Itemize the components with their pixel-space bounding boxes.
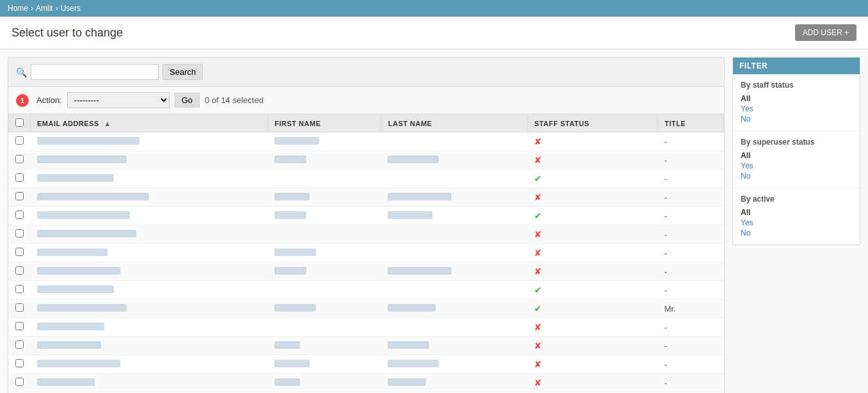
table-row: ✘-: [9, 244, 724, 262]
col-lastname: LAST NAME: [381, 115, 527, 132]
cell-firstname: [268, 188, 382, 207]
row-checkbox[interactable]: [15, 248, 24, 256]
status-icon: ✔: [534, 285, 542, 295]
cell-email: [31, 188, 268, 207]
email-value: [37, 193, 149, 200]
search-input[interactable]: [31, 64, 159, 80]
breadcrumb-sep1: ›: [31, 4, 33, 13]
table-row: ✔Mr.: [9, 300, 724, 318]
selection-count: 0 of 14 selected: [205, 95, 264, 105]
status-icon: ✘: [534, 378, 542, 388]
lastname-value: [388, 304, 436, 312]
cell-staff-status: ✘: [528, 374, 658, 392]
table-wrap: EMAIL ADDRESS ▲ FIRST NAME LAST NAME STA…: [8, 114, 724, 392]
cell-title: -: [658, 244, 724, 262]
lastname-value: [388, 267, 452, 275]
cell-email: [31, 281, 268, 300]
row-checkbox[interactable]: [15, 173, 24, 182]
row-checkbox[interactable]: [15, 322, 24, 330]
row-checkbox[interactable]: [15, 211, 24, 219]
filter-option-2-0[interactable]: All: [741, 207, 852, 218]
email-value: [37, 304, 127, 312]
filter-option-2-1[interactable]: Yes: [741, 218, 852, 228]
cell-staff-status: ✔: [528, 170, 658, 188]
lastname-value: [388, 211, 432, 219]
cell-title: -: [658, 188, 724, 207]
table-row: ✘-: [9, 355, 724, 374]
cell-firstname: [268, 262, 382, 281]
status-icon: ✔: [534, 303, 542, 314]
table-row: ✘-: [9, 188, 724, 207]
row-checkbox[interactable]: [15, 229, 24, 237]
cell-staff-status: ✘: [528, 151, 658, 170]
table-row: ✘-: [9, 262, 724, 281]
email-value: [37, 174, 114, 182]
action-select[interactable]: --------- Delete selected users: [67, 92, 170, 108]
row-checkbox[interactable]: [15, 378, 24, 386]
table-row: ✘-: [9, 132, 724, 151]
filter-option-1-0[interactable]: All: [741, 150, 852, 161]
cell-firstname: [268, 355, 382, 374]
add-user-button[interactable]: ADD USER +: [795, 24, 856, 41]
cell-staff-status: ✘: [528, 337, 658, 355]
row-checkbox[interactable]: [15, 341, 24, 349]
cell-lastname: [381, 151, 527, 170]
filter-title: FILTER: [733, 58, 860, 74]
filter-option-0-0[interactable]: All: [741, 93, 852, 104]
col-email[interactable]: EMAIL ADDRESS ▲: [31, 115, 268, 132]
cell-staff-status: ✔: [528, 281, 658, 300]
filter-option-2-2[interactable]: No: [741, 228, 852, 238]
status-icon: ✘: [534, 192, 542, 202]
status-icon: ✘: [534, 266, 542, 277]
cell-email: [31, 132, 268, 151]
lastname-value: [388, 378, 426, 386]
cell-title: -: [658, 355, 724, 374]
cell-title: -: [658, 318, 724, 337]
go-button[interactable]: Go: [175, 93, 200, 108]
email-value: [37, 211, 130, 219]
email-value: [37, 248, 107, 256]
sort-arrow-email: ▲: [104, 120, 111, 127]
cell-title: -: [658, 170, 724, 188]
search-button[interactable]: Search: [162, 64, 203, 80]
col-staff-status: STAFF STATUS: [528, 115, 658, 132]
col-firstname: FIRST NAME: [268, 115, 382, 132]
table-row: ✘-: [9, 374, 724, 392]
cell-email: [31, 337, 268, 355]
firstname-value: [274, 360, 310, 367]
cell-staff-status: ✘: [528, 132, 658, 151]
cell-title: Mr.: [658, 300, 724, 318]
status-icon: ✘: [534, 248, 542, 258]
table-row: ✘-: [9, 337, 724, 355]
row-checkbox[interactable]: [15, 192, 24, 200]
table-row: ✘-: [9, 151, 724, 170]
action-label: Action:: [36, 95, 62, 105]
breadcrumb-amlit[interactable]: Amlit: [36, 4, 53, 13]
action-bar: 1 Action: --------- Delete selected user…: [8, 87, 724, 114]
filter-option-1-2[interactable]: No: [741, 171, 852, 181]
filter-option-0-1[interactable]: Yes: [741, 104, 852, 114]
select-all-checkbox[interactable]: [15, 118, 24, 127]
search-icon: 🔍: [16, 67, 27, 77]
breadcrumb-home[interactable]: Home: [8, 4, 28, 13]
cell-email: [31, 207, 268, 225]
filter-option-1-1[interactable]: Yes: [741, 161, 852, 171]
row-checkbox[interactable]: [15, 359, 24, 367]
row-checkbox[interactable]: [15, 285, 24, 293]
cell-title: -: [658, 374, 724, 392]
cell-email: [31, 374, 268, 392]
firstname-value: [274, 378, 300, 386]
row-checkbox[interactable]: [15, 303, 24, 312]
email-value: [37, 267, 120, 275]
cell-email: [31, 151, 268, 170]
firstname-value: [274, 341, 300, 349]
cell-lastname: [381, 300, 527, 318]
email-value: [37, 341, 101, 349]
cell-firstname: [268, 318, 382, 337]
row-checkbox[interactable]: [15, 136, 24, 145]
row-checkbox[interactable]: [15, 266, 24, 275]
filter-section-title-0: By staff status: [741, 81, 852, 90]
row-checkbox[interactable]: [15, 155, 24, 163]
email-value: [37, 156, 127, 163]
filter-option-0-2[interactable]: No: [741, 114, 852, 124]
